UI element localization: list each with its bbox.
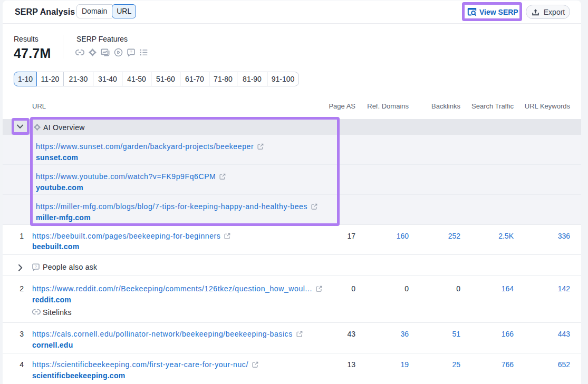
svg-text:?: ? [130, 50, 132, 54]
svg-text:?: ? [35, 265, 37, 269]
